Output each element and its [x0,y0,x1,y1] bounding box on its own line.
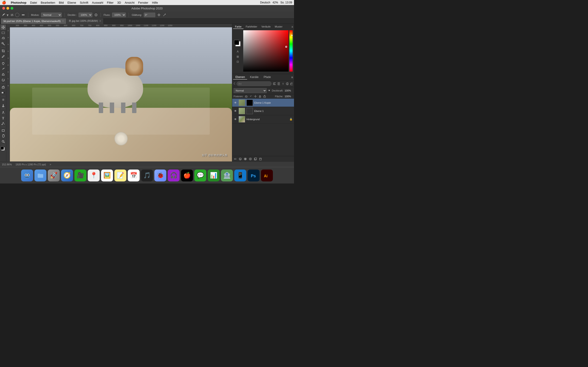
menu-auswahl[interactable]: Auswahl [92,1,103,4]
marquee-tool-button[interactable] [1,30,6,35]
glaettung-input[interactable] [144,13,155,17]
layer-eye-ebene1kopie[interactable]: 👁 [233,101,237,104]
eyedropper-tool-button[interactable] [1,54,6,59]
blend-mode-select[interactable]: Normal [233,88,267,93]
color-panel-menu[interactable]: ≡ [292,25,293,28]
new-layer-button[interactable] [254,157,257,161]
menu-bild[interactable]: Bild [59,1,64,4]
menu-photoshop[interactable]: Photoshop [11,1,26,4]
dock-ai[interactable]: Ai [261,169,273,181]
new-fill-layer-button[interactable] [249,157,252,161]
modus-select[interactable]: Normal [41,13,62,17]
layer-mask-button[interactable] [244,157,247,161]
fix-position-icon[interactable] [245,95,248,98]
dock-launchpad[interactable]: 🚀 [48,169,60,181]
fg-color-swatch[interactable] [1,147,4,150]
layer-effects-icon[interactable] [290,82,293,85]
tab-3dpsd[interactable]: 3d.psd bei 153% (Ebene 1 Kopie, Ebenenma… [1,18,66,24]
fg-bg-tool-colors[interactable] [1,147,6,152]
dock-podcasts[interactable]: 🎧 [168,169,180,181]
fix-move-icon[interactable] [254,95,257,98]
menu-schrift[interactable]: Schrift [80,1,88,4]
tab-pfade[interactable]: Pfade [261,75,273,80]
menu-3d[interactable]: 3D [117,1,121,4]
tab-3dpsd-close[interactable]: ✕ [62,20,64,22]
fix-brush-icon[interactable] [249,95,252,98]
tab-sheep[interactable]: 羊.jpg bei 100% (RGB/8#) ✕ [66,18,104,24]
apple-logo[interactable]: 🍎 [2,0,6,5]
layer-item-ebene1[interactable]: 👁 Ebene 1 [232,107,294,115]
new-layer-from-pixel-icon[interactable] [273,82,276,85]
text-tool-button[interactable]: T [1,115,6,120]
dock-music[interactable]: 🎵 [141,169,153,181]
deckr-select[interactable]: 100% [78,13,92,17]
fix-lock-transparent-icon[interactable] [258,95,262,98]
dock-appletv[interactable]: 🍎 [181,169,193,181]
menu-datei[interactable]: Datei [30,1,37,4]
foreground-color-swatch[interactable] [234,40,239,45]
delete-layer-button[interactable] [259,157,262,161]
fill-value[interactable]: 100% [285,95,293,98]
dock-maps[interactable]: 📍 [88,169,100,181]
color-tab-muster[interactable]: Muster [273,25,284,29]
text-panel-icon[interactable]: A [236,50,240,53]
lasso-tool-button[interactable] [1,36,6,41]
eraser-tool-button[interactable] [1,85,6,90]
gear-icon[interactable] [157,13,161,17]
dock-appstore[interactable]: 🐞 [154,169,166,181]
dock-finder[interactable] [21,169,33,181]
dock-more[interactable]: 🏦 [221,169,233,181]
tab-sheep-close[interactable]: ✕ [99,20,101,22]
menu-ansicht[interactable]: Ansicht [125,1,135,4]
new-layer-icon[interactable] [277,82,280,85]
dock-notes[interactable]: 📝 [114,169,126,181]
path-select-button[interactable] [1,121,6,126]
layer-item-hintergrund[interactable]: 👁 Hintergrund 🔒 [232,115,294,123]
tab-ebenen[interactable]: Ebenen [233,75,247,80]
dock-iphone-backup[interactable]: 📱 [234,169,246,181]
dodge-tool-button[interactable] [1,103,6,108]
layer-eye-hintergrund[interactable]: 👁 [233,118,237,121]
dock-facetime[interactable]: 🎥 [74,169,86,181]
layers-search-input[interactable] [237,81,271,86]
color-tab-verlaeufe[interactable]: Verläufe [259,25,272,29]
opacity-value[interactable]: 100% [285,89,293,92]
layers-menu-button[interactable]: ≡ [291,75,293,79]
blur-tool-button[interactable] [1,97,6,102]
menu-bearbeiten[interactable]: Bearbeiten [41,1,55,4]
adjust-panel-icon[interactable]: ⊞ [236,55,240,58]
menu-ebene[interactable]: Ebene [68,1,76,4]
dock-folder[interactable] [35,169,46,181]
fix-all-lock-icon[interactable] [263,95,266,98]
brush-tool-button[interactable] [1,67,6,72]
tab-kanaele[interactable]: Kanäle [248,75,261,80]
history-brush-button[interactable] [1,77,6,83]
color-spectrum[interactable] [243,30,288,72]
dock-calendar[interactable]: 📅 [128,169,140,181]
menu-filter[interactable]: Filter [107,1,113,4]
menu-fenster[interactable]: Fenster [138,1,148,4]
menu-hilfe[interactable]: Hilfe [152,1,158,4]
spot-heal-button[interactable] [1,61,6,66]
info-arrow[interactable]: > [50,163,51,166]
layer-type-adjust-icon[interactable] [285,82,288,85]
dock-ps[interactable]: Ps [248,169,259,181]
hand-tool-button[interactable] [1,133,6,139]
color-tab-farbe[interactable]: Farbe [233,25,243,29]
layer-link-button[interactable] [233,157,237,161]
layer-eye-ebene1[interactable]: 👁 [233,109,237,113]
move-tool-button[interactable] [1,25,6,30]
maximize-window-button[interactable] [10,7,13,10]
dock-photos[interactable]: 🖼️ [101,169,113,181]
dock-safari[interactable]: 🧭 [61,169,73,181]
dock-numbers[interactable]: 📊 [208,169,220,181]
crop-tool-button[interactable] [1,48,6,53]
stamp-tool-button[interactable] [1,72,6,77]
minimize-window-button[interactable] [6,7,9,10]
magic-wand-button[interactable] [1,41,6,46]
zoom-tool-button[interactable] [1,139,6,144]
layer-item-ebene1kopie[interactable]: 👁 Ebene 1 Kopie [232,99,294,107]
color-picker-area[interactable] [243,30,293,72]
color-tab-farbfelder[interactable]: Farbfelder [244,25,259,29]
gradient-tool-button[interactable] [1,90,6,95]
